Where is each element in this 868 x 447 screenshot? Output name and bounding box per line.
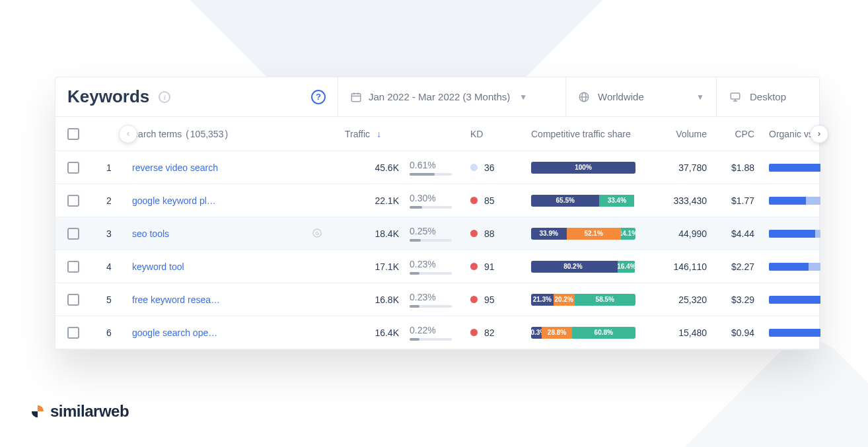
traffic-pct: 0.30% xyxy=(404,193,465,209)
scroll-right-button[interactable] xyxy=(810,125,828,143)
organic-bar xyxy=(760,263,820,271)
cpc-value: $3.29 xyxy=(712,294,760,305)
traffic-value: 45.6K xyxy=(340,162,404,173)
volume-value: 15,480 xyxy=(645,327,712,338)
kd-value: 88 xyxy=(465,228,526,239)
row-rank: 2 xyxy=(91,195,127,206)
svg-rect-0 xyxy=(351,93,361,101)
chevron-down-icon: ▼ xyxy=(519,92,527,102)
toolbar: Keywords i ? Jan 2022 - Mar 2022 (3 Mont… xyxy=(55,77,819,117)
traffic-value: 16.8K xyxy=(340,294,404,305)
traffic-value: 17.1K xyxy=(340,261,404,272)
cpc-value: $0.94 xyxy=(712,327,760,338)
col-cpc[interactable]: CPC xyxy=(712,129,760,139)
volume-value: 333,430 xyxy=(645,195,712,206)
keyword-link[interactable]: google keyword pl… xyxy=(132,195,216,206)
competitive-share: 100% xyxy=(526,162,645,174)
svg-text:G: G xyxy=(315,230,319,236)
row-checkbox[interactable] xyxy=(67,195,79,207)
row-rank: 3 xyxy=(91,228,127,239)
row-checkbox[interactable] xyxy=(67,294,79,306)
chevron-down-icon: ▼ xyxy=(696,92,704,102)
traffic-value: 16.4K xyxy=(340,327,404,338)
globe-icon xyxy=(578,91,590,103)
table-row: 6google search ope…16.4K0.22%8210.3%28.8… xyxy=(55,316,819,349)
keyword-link[interactable]: seo tools xyxy=(132,228,169,239)
kd-value: 95 xyxy=(465,294,526,305)
organic-bar xyxy=(760,164,820,172)
organic-bar xyxy=(760,329,820,337)
logo-mark-icon xyxy=(30,404,45,419)
kd-value: 82 xyxy=(465,327,526,338)
kd-value: 85 xyxy=(465,195,526,206)
table-row: 1reverse video search45.6K0.61%36100%37,… xyxy=(55,151,819,184)
table-row: 3seo toolsG18.4K0.25%8833.9%52.1%14.1%44… xyxy=(55,217,819,250)
kd-dot-icon xyxy=(470,329,478,336)
cpc-value: $1.77 xyxy=(712,195,760,206)
cpc-value: $4.44 xyxy=(712,228,760,239)
traffic-value: 18.4K xyxy=(340,228,404,239)
competitive-share: 10.3%28.8%60.8% xyxy=(526,327,645,339)
traffic-pct: 0.23% xyxy=(404,292,465,308)
select-all-checkbox[interactable] xyxy=(67,128,79,140)
kd-dot-icon xyxy=(470,263,478,270)
calendar-icon xyxy=(350,91,362,103)
col-competitive[interactable]: Competitive traffic share xyxy=(526,129,645,139)
col-search-terms[interactable]: Search terms (105,353) xyxy=(127,129,340,139)
kd-dot-icon xyxy=(470,230,478,237)
kd-dot-icon xyxy=(470,296,478,303)
competitive-share: 65.5%33.4% xyxy=(526,195,645,207)
help-icon[interactable]: ? xyxy=(311,90,326,104)
row-rank: 6 xyxy=(91,327,127,338)
col-volume[interactable]: Volume xyxy=(645,129,712,139)
row-checkbox[interactable] xyxy=(67,228,79,240)
date-range-label: Jan 2022 - Mar 2022 (3 Months) xyxy=(369,91,510,102)
volume-value: 146,110 xyxy=(645,261,712,272)
brand-name: similarweb xyxy=(50,402,129,421)
traffic-pct: 0.61% xyxy=(404,160,465,176)
desktop-icon xyxy=(729,91,742,103)
table-row: 4keyword tool17.1K0.23%9180.2%16.4%146,1… xyxy=(55,250,819,283)
volume-value: 25,320 xyxy=(645,294,712,305)
svg-rect-7 xyxy=(731,93,740,99)
traffic-pct: 0.25% xyxy=(404,226,465,242)
col-kd[interactable]: KD xyxy=(465,129,526,139)
geo-label: Worldwide xyxy=(598,91,644,102)
google-icon: G xyxy=(312,228,324,240)
kd-dot-icon xyxy=(470,197,478,204)
volume-value: 44,990 xyxy=(645,228,712,239)
geo-selector[interactable]: Worldwide ▼ xyxy=(566,77,717,116)
info-icon[interactable]: i xyxy=(159,91,170,103)
traffic-pct: 0.22% xyxy=(404,325,465,341)
cpc-value: $2.27 xyxy=(712,261,760,272)
device-selector[interactable]: Desktop xyxy=(717,77,819,116)
keyword-link[interactable]: free keyword resea… xyxy=(132,294,220,305)
table-header: Search terms (105,353) Traffic ↓ KD Comp… xyxy=(55,117,819,151)
keywords-table: Search terms (105,353) Traffic ↓ KD Comp… xyxy=(55,117,819,349)
traffic-pct: 0.23% xyxy=(404,259,465,275)
page-title: Keywords xyxy=(67,86,149,107)
kd-value: 36 xyxy=(465,162,526,173)
keywords-panel: Keywords i ? Jan 2022 - Mar 2022 (3 Mont… xyxy=(55,77,820,350)
kd-value: 91 xyxy=(465,261,526,272)
col-traffic[interactable]: Traffic ↓ xyxy=(340,129,404,139)
sort-desc-icon: ↓ xyxy=(377,129,381,139)
organic-bar xyxy=(760,197,820,205)
kd-dot-icon xyxy=(470,164,478,171)
keyword-link[interactable]: reverse video search xyxy=(132,162,218,173)
row-checkbox[interactable] xyxy=(67,261,79,273)
organic-bar xyxy=(760,230,820,238)
traffic-value: 22.1K xyxy=(340,195,404,206)
keyword-link[interactable]: google search ope… xyxy=(132,327,217,338)
date-range-selector[interactable]: Jan 2022 - Mar 2022 (3 Months) ▼ xyxy=(338,77,566,116)
row-checkbox[interactable] xyxy=(67,162,79,174)
scroll-left-button[interactable] xyxy=(119,125,137,143)
row-checkbox[interactable] xyxy=(67,327,79,339)
volume-value: 37,780 xyxy=(645,162,712,173)
competitive-share: 80.2%16.4% xyxy=(526,261,645,273)
keyword-link[interactable]: keyword tool xyxy=(132,261,184,272)
row-rank: 5 xyxy=(91,294,127,305)
competitive-share: 33.9%52.1%14.1% xyxy=(526,228,645,240)
cpc-value: $1.88 xyxy=(712,162,760,173)
row-rank: 4 xyxy=(91,261,127,272)
